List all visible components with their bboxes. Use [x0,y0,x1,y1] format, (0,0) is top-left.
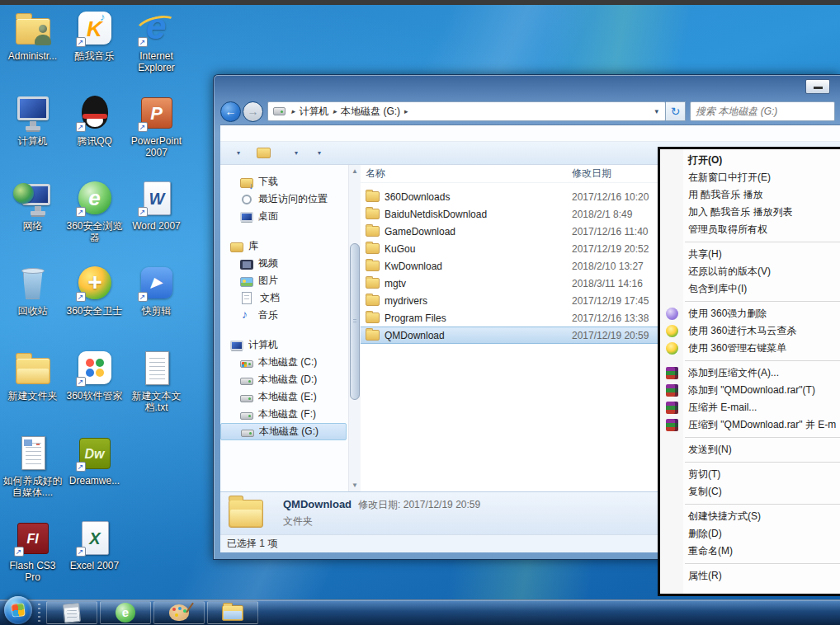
context-menu-item[interactable]: 添加到 "QMDownload.rar"(T) [660,382,840,399]
toolbar-button[interactable] [329,143,346,163]
taskbar-app-button[interactable] [46,601,97,624]
nav-item[interactable]: 视频 [220,255,347,272]
address-dropdown-icon[interactable]: ▾ [651,107,662,115]
taskbar-app-button[interactable] [100,601,151,624]
context-menu-item[interactable]: 包含到库中(I) [660,280,840,298]
breadcrumb-arrow-icon[interactable]: ▸ [404,107,408,115]
desktop-icon[interactable]: Internet Explorer [125,8,187,93]
address-bar[interactable]: ▸计算机▸本地磁盘 (G:) ▸ ▾ [267,101,666,121]
desktop-icon[interactable]: Flash CS3 Pro [2,518,64,603]
context-menu-item[interactable]: 打开(O) [660,152,840,169]
nav-item[interactable]: 音乐 [220,307,347,324]
nav-item[interactable]: 计算机 [220,336,347,354]
desktop-icon[interactable]: 新建文件夹 [2,348,64,433]
toolbar-button[interactable] [225,143,248,163]
context-menu-item[interactable]: 重命名(M) [660,543,840,560]
scrollbar-thumb[interactable] [350,243,360,400]
toolbar-button[interactable] [248,143,283,163]
desktop-icon[interactable]: 如何养成好的自媒体.... [2,433,64,518]
nav-item-label: 文档 [260,291,280,305]
nav-item[interactable]: 本地磁盘 (E:) [220,388,347,406]
desktop-icon[interactable]: 360软件管家 [64,348,125,433]
context-menu-item[interactable]: 使用 360进行木马云查杀 [660,322,840,340]
context-menu-item[interactable] [660,357,840,364]
nav-item[interactable]: 库 [220,237,347,255]
desktop-icon[interactable]: Excel 2007 [64,518,125,603]
context-menu-item[interactable]: 还原以前的版本(V) [660,263,840,280]
desktop-icon[interactable]: Administr... [2,8,64,93]
nav-item[interactable]: 桌面 [220,208,347,225]
nav-item[interactable]: 本地磁盘 (C:) [220,354,347,371]
context-menu-item[interactable]: 使用 360管理右键菜单 [660,340,840,357]
nav-item[interactable]: 本地磁盘 (G:) [220,423,347,440]
context-menu-item[interactable]: 共享(H) [660,246,840,263]
desktop-icon-glyph [14,350,52,388]
nav-item-label: 视频 [258,256,278,270]
toolbar-button[interactable] [306,143,329,163]
minimize-button[interactable] [805,79,830,94]
context-menu-item[interactable]: 剪切(T) [660,466,840,483]
context-menu-item[interactable]: 创建快捷方式(S) [660,508,840,525]
desktop-icon[interactable]: 酷我音乐 [64,8,125,93]
taskbar-app-button[interactable] [153,601,205,624]
context-menu-item[interactable]: 复制(C) [660,483,840,500]
context-menu: 打开(O) 在新窗口中打开(E) 用 酷我音乐 播放 加入 酷我音乐 播放列表 … [658,147,840,596]
context-menu-item[interactable]: 使用 360强力删除 [660,305,840,322]
context-menu-item[interactable]: 添加到压缩文件(A)... [660,364,840,382]
desktop-icon[interactable]: 360安全卫士 [64,263,125,348]
back-button[interactable]: ← [220,101,241,122]
desktop-icon[interactable]: 回收站 [2,263,64,348]
context-menu-item[interactable] [660,434,840,441]
title-bar[interactable] [214,75,840,98]
context-menu-item[interactable]: 压缩并 E-mail... [660,399,840,416]
desktop-icon[interactable]: 计算机 [2,93,64,178]
desktop-icon-glyph [14,10,52,48]
context-menu-item[interactable] [660,298,840,305]
desktop-icon[interactable]: 网络 [2,178,64,263]
desktop-icon[interactable]: 腾讯QQ [64,93,125,178]
nav-item[interactable]: 本地磁盘 (F:) [220,406,347,423]
column-header-date[interactable]: 修改日期 [572,167,611,181]
desktop-icon[interactable]: Word 2007 [125,178,187,263]
desktop-icon[interactable]: 新建文本文档.txt [125,348,187,433]
nav-item[interactable]: 本地磁盘 (D:) [220,371,347,388]
desktop-icon-glyph [76,10,114,48]
context-menu-item[interactable] [660,560,840,567]
refresh-button[interactable]: ↻ [666,101,686,121]
scroll-up-icon[interactable]: ▲ [349,165,361,177]
search-input[interactable] [690,101,835,121]
toolbar-button[interactable] [283,143,306,163]
desktop-icon[interactable]: Dreamwe... [64,433,125,518]
context-menu-item[interactable]: 在新窗口中打开(E) [660,169,840,186]
menu-item-icon [666,308,678,320]
start-button[interactable] [4,596,32,624]
context-menu-item[interactable]: 压缩到 "QMDownload.rar" 并 E-m [660,416,840,434]
breadcrumb-segment[interactable]: ▸计算机 [287,105,329,119]
context-menu-item[interactable]: 删除(D) [660,525,840,543]
breadcrumb-segment[interactable]: ▸本地磁盘 (G:) [329,105,401,119]
taskbar-app-button[interactable] [207,601,258,624]
context-menu-item[interactable]: 加入 酷我音乐 播放列表 [660,204,840,221]
desktop-icon[interactable]: 快剪辑 [125,263,187,348]
context-menu-item[interactable]: 用 酷我音乐 播放 [660,186,840,204]
context-menu-item[interactable]: 属性(R) [660,567,840,585]
desktop-icon[interactable]: PowerPoint 2007 [125,93,187,178]
toolbar-button[interactable] [346,143,362,163]
context-menu-item[interactable] [660,238,840,246]
context-menu-item[interactable] [660,500,840,508]
forward-button[interactable]: → [243,101,263,122]
column-header-name[interactable]: 名称 [366,167,572,181]
search-box[interactable] [690,101,835,121]
nav-item[interactable]: 文档 [220,289,347,307]
context-menu-item[interactable]: 发送到(N) [660,441,840,458]
nav-item[interactable]: 下载 [220,173,347,190]
menu-item-label: 加入 酷我音乐 播放列表 [688,205,793,219]
desktop-icon[interactable]: 360安全浏览器 [64,178,125,263]
nav-item[interactable]: 最近访问的位置 [220,190,347,208]
nav-scrollbar[interactable]: ▲ ▼ [348,165,361,491]
nav-item[interactable]: 图片 [220,272,347,289]
context-menu-item[interactable]: 管理员取得所有权 [660,221,840,238]
context-menu-item[interactable] [660,458,840,466]
scroll-down-icon[interactable]: ▼ [349,479,361,491]
desktop-icon-label: 回收站 [2,305,64,317]
